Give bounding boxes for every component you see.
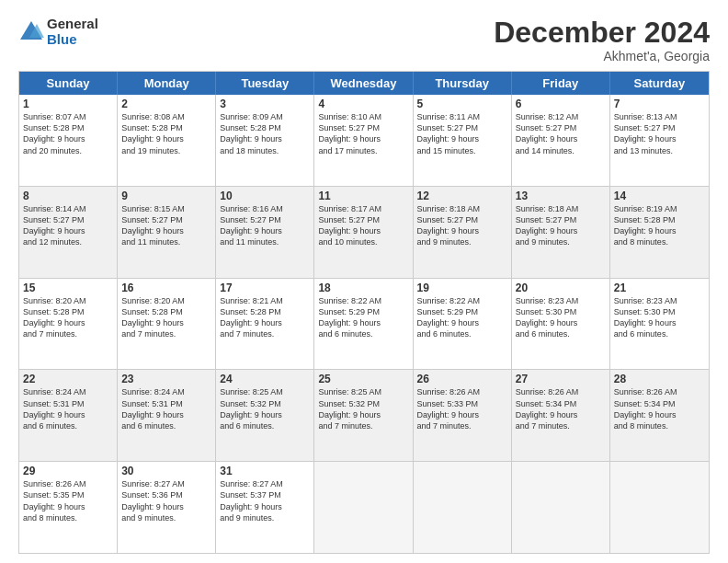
day-number: 16 (121, 282, 211, 294)
day-number: 22 (23, 373, 113, 385)
calendar-header-cell: Tuesday (216, 72, 314, 95)
cell-text: Sunrise: 8:18 AM Sunset: 5:27 PM Dayligh… (417, 203, 507, 248)
day-number: 19 (417, 282, 507, 294)
day-number: 24 (220, 373, 310, 385)
calendar-cell: 24Sunrise: 8:25 AM Sunset: 5:32 PM Dayli… (216, 370, 314, 461)
day-number: 3 (220, 98, 310, 110)
cell-text: Sunrise: 8:09 AM Sunset: 5:28 PM Dayligh… (220, 111, 310, 156)
calendar-cell: 17Sunrise: 8:21 AM Sunset: 5:28 PM Dayli… (216, 279, 314, 370)
cell-text: Sunrise: 8:24 AM Sunset: 5:31 PM Dayligh… (23, 386, 113, 431)
page: General Blue December 2024 Akhmet'a, Geo… (0, 0, 728, 563)
cell-text: Sunrise: 8:18 AM Sunset: 5:27 PM Dayligh… (516, 203, 606, 248)
cell-text: Sunrise: 8:19 AM Sunset: 5:28 PM Dayligh… (614, 203, 705, 248)
logo-icon (18, 19, 44, 45)
day-number: 12 (417, 190, 507, 202)
cell-text: Sunrise: 8:25 AM Sunset: 5:32 PM Dayligh… (318, 386, 408, 431)
calendar-cell: 9Sunrise: 8:15 AM Sunset: 5:27 PM Daylig… (118, 187, 216, 278)
calendar-cell (314, 462, 413, 553)
cell-text: Sunrise: 8:23 AM Sunset: 5:30 PM Dayligh… (516, 295, 606, 340)
cell-text: Sunrise: 8:25 AM Sunset: 5:32 PM Dayligh… (220, 386, 310, 431)
calendar-row: 15Sunrise: 8:20 AM Sunset: 5:28 PM Dayli… (19, 279, 709, 371)
cell-text: Sunrise: 8:08 AM Sunset: 5:28 PM Dayligh… (121, 111, 211, 156)
calendar-cell: 10Sunrise: 8:16 AM Sunset: 5:27 PM Dayli… (216, 187, 314, 278)
cell-text: Sunrise: 8:26 AM Sunset: 5:34 PM Dayligh… (516, 386, 606, 431)
cell-text: Sunrise: 8:14 AM Sunset: 5:27 PM Dayligh… (23, 203, 113, 248)
day-number: 29 (23, 465, 113, 477)
calendar-cell: 30Sunrise: 8:27 AM Sunset: 5:36 PM Dayli… (118, 462, 216, 553)
day-number: 5 (417, 98, 507, 110)
cell-text: Sunrise: 8:10 AM Sunset: 5:27 PM Dayligh… (318, 111, 408, 156)
cell-text: Sunrise: 8:13 AM Sunset: 5:27 PM Dayligh… (614, 111, 705, 156)
cell-text: Sunrise: 8:22 AM Sunset: 5:29 PM Dayligh… (417, 295, 507, 340)
cell-text: Sunrise: 8:21 AM Sunset: 5:28 PM Dayligh… (220, 295, 310, 340)
calendar-header-cell: Thursday (414, 72, 512, 95)
day-number: 9 (121, 190, 211, 202)
cell-text: Sunrise: 8:20 AM Sunset: 5:28 PM Dayligh… (121, 295, 211, 340)
cell-text: Sunrise: 8:22 AM Sunset: 5:29 PM Dayligh… (318, 295, 408, 340)
calendar-header-cell: Sunday (19, 72, 118, 95)
cell-text: Sunrise: 8:07 AM Sunset: 5:28 PM Dayligh… (23, 111, 113, 156)
calendar-cell: 11Sunrise: 8:17 AM Sunset: 5:27 PM Dayli… (314, 187, 413, 278)
calendar-header-row: SundayMondayTuesdayWednesdayThursdayFrid… (19, 72, 709, 95)
logo-text: General Blue (47, 17, 98, 47)
calendar-cell: 4Sunrise: 8:10 AM Sunset: 5:27 PM Daylig… (314, 95, 413, 186)
calendar-row: 8Sunrise: 8:14 AM Sunset: 5:27 PM Daylig… (19, 187, 709, 279)
cell-text: Sunrise: 8:16 AM Sunset: 5:27 PM Dayligh… (220, 203, 310, 248)
cell-text: Sunrise: 8:12 AM Sunset: 5:27 PM Dayligh… (516, 111, 606, 156)
title-area: December 2024 Akhmet'a, Georgia (494, 17, 710, 63)
calendar-cell (512, 462, 610, 553)
day-number: 25 (318, 373, 408, 385)
calendar-cell: 12Sunrise: 8:18 AM Sunset: 5:27 PM Dayli… (414, 187, 512, 278)
day-number: 11 (318, 190, 408, 202)
day-number: 2 (121, 98, 211, 110)
cell-text: Sunrise: 8:20 AM Sunset: 5:28 PM Dayligh… (23, 295, 113, 340)
day-number: 23 (121, 373, 211, 385)
day-number: 17 (220, 282, 310, 294)
calendar-header-cell: Monday (118, 72, 216, 95)
calendar-cell: 27Sunrise: 8:26 AM Sunset: 5:34 PM Dayli… (512, 370, 610, 461)
month-title: December 2024 (494, 17, 710, 49)
day-number: 6 (516, 98, 606, 110)
day-number: 30 (121, 465, 211, 477)
calendar-cell: 14Sunrise: 8:19 AM Sunset: 5:28 PM Dayli… (610, 187, 709, 278)
day-number: 18 (318, 282, 408, 294)
logo-blue: Blue (47, 32, 98, 48)
cell-text: Sunrise: 8:26 AM Sunset: 5:35 PM Dayligh… (23, 478, 113, 523)
calendar-cell: 6Sunrise: 8:12 AM Sunset: 5:27 PM Daylig… (512, 95, 610, 186)
calendar-cell (414, 462, 512, 553)
calendar-cell (610, 462, 709, 553)
day-number: 1 (23, 98, 113, 110)
calendar-cell: 23Sunrise: 8:24 AM Sunset: 5:31 PM Dayli… (118, 370, 216, 461)
calendar-row: 1Sunrise: 8:07 AM Sunset: 5:28 PM Daylig… (19, 95, 709, 187)
calendar-header-cell: Wednesday (314, 72, 413, 95)
calendar-cell: 26Sunrise: 8:26 AM Sunset: 5:33 PM Dayli… (414, 370, 512, 461)
header: General Blue December 2024 Akhmet'a, Geo… (18, 17, 710, 63)
calendar-cell: 20Sunrise: 8:23 AM Sunset: 5:30 PM Dayli… (512, 279, 610, 370)
calendar-cell: 31Sunrise: 8:27 AM Sunset: 5:37 PM Dayli… (216, 462, 314, 553)
calendar-row: 22Sunrise: 8:24 AM Sunset: 5:31 PM Dayli… (19, 370, 709, 462)
day-number: 20 (516, 282, 606, 294)
cell-text: Sunrise: 8:26 AM Sunset: 5:34 PM Dayligh… (614, 386, 705, 431)
calendar-cell: 7Sunrise: 8:13 AM Sunset: 5:27 PM Daylig… (610, 95, 709, 186)
calendar-cell: 15Sunrise: 8:20 AM Sunset: 5:28 PM Dayli… (19, 279, 118, 370)
cell-text: Sunrise: 8:27 AM Sunset: 5:36 PM Dayligh… (121, 478, 211, 523)
day-number: 26 (417, 373, 507, 385)
calendar-cell: 13Sunrise: 8:18 AM Sunset: 5:27 PM Dayli… (512, 187, 610, 278)
cell-text: Sunrise: 8:26 AM Sunset: 5:33 PM Dayligh… (417, 386, 507, 431)
day-number: 13 (516, 190, 606, 202)
calendar-cell: 18Sunrise: 8:22 AM Sunset: 5:29 PM Dayli… (314, 279, 413, 370)
calendar-cell: 19Sunrise: 8:22 AM Sunset: 5:29 PM Dayli… (414, 279, 512, 370)
day-number: 7 (614, 98, 705, 110)
calendar-cell: 16Sunrise: 8:20 AM Sunset: 5:28 PM Dayli… (118, 279, 216, 370)
calendar-cell: 25Sunrise: 8:25 AM Sunset: 5:32 PM Dayli… (314, 370, 413, 461)
calendar-cell: 2Sunrise: 8:08 AM Sunset: 5:28 PM Daylig… (118, 95, 216, 186)
logo: General Blue (18, 17, 98, 47)
day-number: 31 (220, 465, 310, 477)
cell-text: Sunrise: 8:11 AM Sunset: 5:27 PM Dayligh… (417, 111, 507, 156)
calendar-body: 1Sunrise: 8:07 AM Sunset: 5:28 PM Daylig… (19, 95, 709, 553)
calendar-cell: 5Sunrise: 8:11 AM Sunset: 5:27 PM Daylig… (414, 95, 512, 186)
day-number: 28 (614, 373, 705, 385)
calendar-cell: 28Sunrise: 8:26 AM Sunset: 5:34 PM Dayli… (610, 370, 709, 461)
day-number: 14 (614, 190, 705, 202)
calendar-header-cell: Friday (512, 72, 610, 95)
